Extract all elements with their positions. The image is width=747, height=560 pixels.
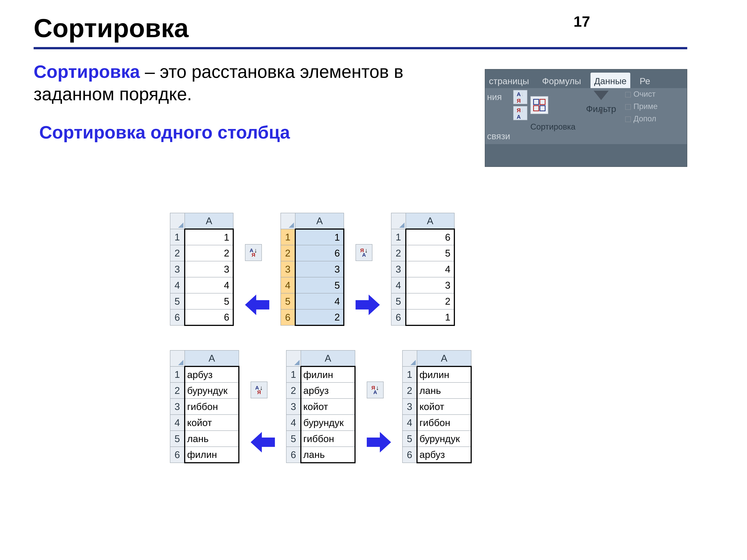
svg-rect-3	[540, 106, 545, 111]
filter-clear[interactable]: Очист	[625, 89, 658, 99]
arrow-right-icon	[367, 432, 391, 452]
sort-descending-icon[interactable]: Я↓ А	[367, 381, 384, 398]
numeric-row-group: A 11 22 33 44 55 66 А↓ Я A	[170, 213, 637, 326]
ribbon-tab-review[interactable]: Ре	[636, 73, 654, 88]
slide: 17 Сортировка Сортировка – это расстанов…	[34, 13, 713, 547]
arrow-left-icon	[251, 432, 275, 452]
table-numeric-ascending: A 11 22 33 44 55 66	[170, 213, 234, 326]
ribbon-bottom	[485, 144, 687, 165]
title-rule	[34, 47, 687, 49]
ribbon-tab-page-layout[interactable]: страницы	[485, 73, 533, 88]
ribbon-tab-data[interactable]: Данные	[591, 73, 630, 88]
ribbon-tab-formulas[interactable]: Формулы	[538, 73, 585, 88]
table-words-descending: A 1филин 2лань 3койот 4гиббон 5бурундук …	[402, 350, 472, 463]
sort-group-label: Сортировка	[531, 122, 575, 131]
ribbon-filter-actions: Очист Приме Допол	[625, 89, 658, 123]
svg-rect-0	[534, 99, 539, 105]
intro-keyword: Сортировка	[34, 61, 140, 82]
words-row-group: A 1арбуз 2бурундук 3гиббон 4койот 5лань …	[170, 350, 637, 463]
svg-rect-2	[534, 106, 539, 111]
ribbon-sort-group: А↓Я Я↓А Сортировка	[513, 90, 575, 131]
tables-area: A 11 22 33 44 55 66 А↓ Я A	[170, 213, 637, 487]
table-numeric-descending: A 16 25 34 43 52 61	[391, 213, 455, 326]
ribbon-group-cut-label: ния	[487, 92, 502, 102]
filter-reapply[interactable]: Приме	[625, 102, 658, 111]
arrow-left-icon	[245, 295, 269, 315]
sort-descending-button[interactable]: Я↓А	[513, 106, 527, 120]
arrow-right-icon	[356, 295, 380, 315]
ribbon-strip: ния связи А↓Я Я↓А	[485, 88, 687, 144]
table-words-unsorted: A 1филин 2арбуз 3койот 4бурундук 5гиббон…	[286, 350, 356, 463]
ribbon-tabs: страницы Формулы Данные Ре	[485, 70, 687, 88]
table-words-ascending: A 1арбуз 2бурундук 3гиббон 4койот 5лань …	[170, 350, 239, 463]
sort-descending-icon[interactable]: Я↓ А	[356, 244, 372, 261]
page-number: 17	[573, 13, 590, 30]
sort-ascending-button[interactable]: А↓Я	[513, 90, 527, 104]
filter-advanced[interactable]: Допол	[625, 114, 658, 123]
table-numeric-unsorted: A 11 26 33 45 54 62	[281, 213, 344, 326]
sort-ascending-icon[interactable]: А↓ Я	[245, 244, 262, 261]
svg-rect-1	[540, 99, 545, 105]
slide-title: Сортировка	[34, 13, 713, 43]
excel-ribbon-snippet: страницы Формулы Данные Ре ния связи А↓Я…	[485, 69, 687, 167]
filter-icon[interactable]	[594, 91, 609, 100]
ribbon-filter-group: Фильтр	[586, 90, 616, 114]
ribbon-group-links-label: связи	[487, 131, 510, 141]
intro-paragraph: Сортировка – это расстановка элементов в…	[34, 60, 407, 105]
sort-ascending-icon[interactable]: А↓ Я	[251, 381, 267, 398]
sort-dialog-button[interactable]	[531, 96, 548, 114]
